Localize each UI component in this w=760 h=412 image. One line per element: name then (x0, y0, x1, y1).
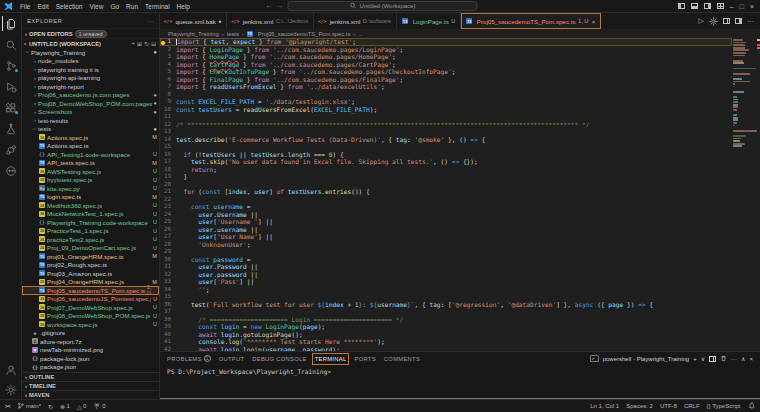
code-line[interactable]: 20 (160, 181, 732, 189)
code-line[interactable]: 29 (160, 248, 732, 256)
code-line[interactable]: 7import { readUsersFromExcel } from '../… (160, 83, 732, 91)
status-item[interactable]: UTF-8 (660, 403, 677, 409)
terminal-dropdown-icon[interactable]: ∨ (701, 355, 705, 362)
menu-terminal[interactable]: Terminal (142, 2, 173, 11)
code-line[interactable]: 39 const login = new LoginPage(page); (160, 323, 732, 331)
close-panel-icon[interactable]: × (749, 356, 753, 362)
kill-terminal-icon[interactable] (720, 355, 727, 362)
close-button[interactable]: × (750, 3, 754, 10)
code-line[interactable]: 14test.describe('E-commerce Workflow Tes… (160, 136, 732, 144)
testing-icon[interactable] (2, 121, 20, 136)
sidebar-section-timeline[interactable]: ›TIMELINE (22, 381, 159, 390)
file-row[interactable]: ▣newTab-minimized.png (22, 346, 159, 355)
menu-run[interactable]: Run (123, 2, 141, 11)
code-line[interactable]: 2import { LoginPage } from '../com.sauce… (160, 46, 732, 54)
sidebar-section-maven[interactable]: ›MAVEN (22, 390, 159, 399)
code-line[interactable]: 37 (160, 308, 732, 316)
unsaved-dot-icon[interactable]: ● (218, 18, 221, 24)
file-row[interactable]: JSProj04_OrangeHRM.spec.jsM (22, 278, 159, 287)
file-row[interactable]: JSMedihub360.spec.jsU (22, 201, 159, 210)
breadcrumb-item[interactable]: Proj05_saucedemoTS_Pom.spec.ts (258, 31, 350, 37)
menu-file[interactable]: File (17, 2, 33, 11)
command-center-search[interactable]: Untitled (Workspace) (288, 1, 478, 11)
panel-more-actions-icon[interactable]: ··· (731, 356, 737, 362)
workspace-section-header[interactable]: › UNTITLED (WORKSPACE) + ⊞ ↻ ⊟ (22, 38, 159, 48)
code-line[interactable]: 11 (160, 113, 732, 121)
sidebar-section-outline[interactable]: ›OUTLINE (22, 372, 159, 381)
status-item-warning[interactable]: △0 (77, 403, 86, 410)
breadcrumb-item[interactable]: ... (358, 31, 363, 37)
breadcrumb-item[interactable]: tests (227, 31, 239, 37)
maximize-button[interactable]: □ (740, 3, 744, 10)
panel-tab-output[interactable]: OUTPUT (219, 356, 245, 362)
new-file-icon[interactable]: + (131, 40, 135, 47)
file-row[interactable]: TSProj03_Amazon.spec.ts (22, 269, 159, 278)
minimize-button[interactable]: – (730, 3, 734, 10)
code-line[interactable]: 24 user.Username || (160, 211, 732, 219)
code-line[interactable]: 34 ''; (160, 286, 732, 294)
folder-row[interactable]: ›node_modules (22, 57, 159, 66)
code-line[interactable]: 18 return; (160, 166, 732, 174)
folder-row[interactable]: ›Proj08_DemoWebShop_POM.com.pages● (22, 99, 159, 108)
back-arrow-icon[interactable]: ← (266, 2, 273, 9)
file-row[interactable]: JSPracticeTest_1.spec.jsU (22, 227, 159, 236)
folder-row[interactable]: ›Playwright_Training● (22, 48, 159, 57)
menu-view[interactable]: View (86, 2, 106, 11)
code-line[interactable]: 26 user.username || (160, 226, 732, 234)
code-line[interactable]: 22 (160, 196, 732, 204)
editor-tab[interactable]: </>queue.xml.bak● (160, 13, 227, 29)
folder-row[interactable]: ›tests● (22, 125, 159, 134)
file-row[interactable]: Zallure-report.7z (22, 337, 159, 346)
folder-row[interactable]: ›playwright-report (22, 82, 159, 91)
collapse-folders-icon[interactable]: ⊟ (151, 40, 156, 47)
copilot-icon[interactable] (2, 163, 20, 178)
status-item-sync[interactable]: ↻ (48, 403, 53, 410)
folder-row[interactable]: ›Proj06_saucedemo.js.com.pages● (22, 91, 159, 100)
code-line[interactable]: 16 if (!testUsers || testUsers.length ==… (160, 151, 732, 159)
file-row[interactable]: JShyylotest.spec.jsU (22, 176, 159, 185)
code-line[interactable]: 13 (160, 128, 732, 136)
folder-row[interactable]: ›playwright training it is (22, 65, 159, 74)
editor-tab[interactable]: TSLoginPage.tsU (397, 13, 461, 29)
code-line[interactable]: 23 const username = (160, 203, 732, 211)
code-line[interactable]: 28 'UnknownUser'; (160, 241, 732, 249)
status-item[interactable]: CRLF (684, 403, 700, 409)
terminal-output[interactable]: PS D:\Project_Workspace\Playwright_Train… (160, 365, 760, 398)
status-item-branch[interactable]: main* (17, 402, 41, 410)
file-row[interactable]: JSProj_09_DemoOpenCart.spec.jsU (22, 244, 159, 253)
run-debug-icon[interactable] (2, 79, 20, 94)
forward-arrow-icon[interactable]: → (277, 2, 284, 9)
play-icon[interactable]: ▷ (699, 17, 704, 25)
file-row[interactable]: {}Playwright_Training.code-workspaceU (22, 218, 159, 227)
file-row[interactable]: {}package.json (22, 363, 159, 372)
file-row[interactable]: JSworkspace.spec.jsU (22, 320, 159, 329)
refresh-explorer-icon[interactable]: ↻ (144, 40, 149, 47)
code-line[interactable]: 17 test.skip('No user data found in Exce… (160, 158, 732, 166)
folder-row[interactable]: ›playwright-api-learning (22, 74, 159, 83)
editor-tab[interactable]: </>jenkins.xmlD:\software (314, 13, 397, 29)
file-row[interactable]: TSAPI_tests.spec.tsM (22, 159, 159, 168)
code-line[interactable]: 6import { FinalPage } from '../com.sauce… (160, 76, 732, 84)
menu-edit[interactable]: Edit (34, 2, 51, 11)
file-row[interactable]: {}API_Testing1.code-workspaceU (22, 150, 159, 159)
toggle-panel-icon[interactable] (691, 3, 698, 9)
minimap[interactable] (733, 39, 757, 148)
menu-selection[interactable]: Selection (53, 2, 86, 11)
toggle-primary-sidebar-icon[interactable] (678, 3, 685, 9)
search-icon[interactable] (2, 37, 20, 52)
file-row[interactable]: TSlogin.spec.tsM (22, 193, 159, 202)
code-line[interactable]: 38 /* ===================== Login ======… (160, 316, 732, 324)
panel-tab-problems[interactable]: PROBLEMS1 (167, 355, 211, 362)
panel-tab-debug-console[interactable]: DEBUG CONSOLE (252, 356, 306, 362)
maximize-panel-icon[interactable]: ∧ (741, 355, 745, 362)
code-line[interactable]: 33 user['Pass'] || (160, 278, 732, 286)
code-line[interactable]: 21 for (const [index, user] of testUsers… (160, 188, 732, 196)
status-item-remote-window[interactable]: >< (5, 403, 10, 409)
new-terminal-icon[interactable]: + (693, 356, 697, 362)
file-row[interactable]: TSproj02_Rough.spec.ts (22, 261, 159, 270)
lightbulb-icon[interactable] (161, 41, 165, 45)
status-item-bell[interactable] (748, 402, 756, 410)
file-row[interactable]: JSProj07_DemoWebShop.spec.jsU (22, 303, 159, 312)
layout-icon[interactable] (735, 18, 742, 24)
file-row[interactable]: JSMockNetworkTest_1.spec.jsU (22, 210, 159, 219)
